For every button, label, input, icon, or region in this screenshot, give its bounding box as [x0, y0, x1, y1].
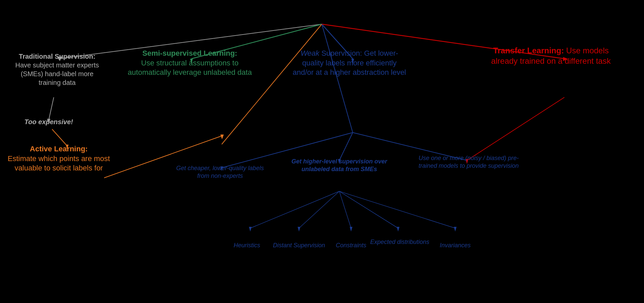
- svg-line-30: [339, 191, 398, 228]
- svg-line-17: [339, 133, 353, 160]
- svg-line-8: [49, 97, 54, 120]
- invariances-label: Invariances: [430, 242, 480, 249]
- svg-marker-29: [350, 227, 352, 232]
- too-expensive-label: Too expensive!: [18, 117, 79, 126]
- svg-line-28: [339, 191, 351, 228]
- svg-line-32: [339, 191, 455, 228]
- svg-line-23: [322, 24, 353, 133]
- svg-line-26: [299, 191, 339, 228]
- svg-marker-13: [220, 135, 224, 139]
- heuristics-label: Heuristics: [222, 242, 272, 249]
- svg-marker-31: [397, 227, 399, 232]
- svg-line-10: [52, 129, 67, 146]
- svg-line-14: [222, 24, 322, 144]
- svg-line-21: [467, 97, 564, 160]
- semi-supervised-label: Semi-supervised Learning: Use structural…: [128, 49, 252, 78]
- svg-marker-33: [454, 227, 457, 232]
- traditional-supervision-label: Traditional Supervision: Have subject ma…: [10, 52, 104, 87]
- expected-distributions-label: Expected distributions: [370, 238, 430, 246]
- constraints-label: Constraints: [326, 242, 376, 249]
- active-learning-label: Active Learning: Estimate which points a…: [7, 144, 111, 173]
- svg-marker-27: [298, 227, 300, 232]
- higher-supervision-label: Get higher-level supervision over unlabe…: [282, 158, 396, 173]
- noisy-pretrained-label: Use one or more (noisy / biased) pre-tra…: [410, 154, 527, 170]
- weak-supervision-label: Weak Supervision: Get lower-quality labe…: [292, 49, 406, 78]
- transfer-learning-label: Transfer Learning: Use models already tr…: [484, 45, 618, 66]
- cheaper-labels-label: Get cheaper, lower-quality labels from n…: [171, 164, 269, 180]
- svg-line-24: [250, 191, 339, 228]
- svg-marker-25: [249, 227, 252, 232]
- distant-supervision-label: Distant Supervision: [272, 242, 326, 249]
